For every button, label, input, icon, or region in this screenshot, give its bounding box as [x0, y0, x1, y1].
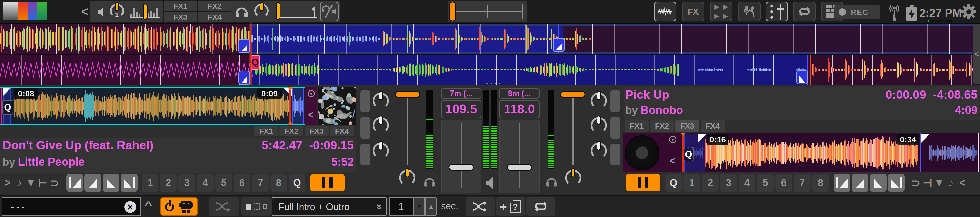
crossfader-handle[interactable] — [449, 2, 456, 21]
deck2-hotcue-5-button[interactable]: 5 — [757, 174, 774, 192]
deck-count-button[interactable]: ▶▶ ▶▶ — [710, 2, 732, 21]
balance-handle[interactable] — [143, 3, 148, 20]
deck1-fx-assign-button[interactable] — [360, 117, 370, 139]
deck1-eq-low-knob[interactable] — [372, 143, 389, 159]
deck1-pfl-button[interactable] — [421, 172, 438, 192]
deck2-key-display[interactable]: 8m (... — [499, 88, 539, 99]
deck2-outro-start-button[interactable] — [870, 174, 886, 192]
deck2-slip-button[interactable]: ⊃ — [910, 177, 921, 189]
broadcast-icon[interactable] — [887, 5, 901, 22]
deck1-keylock-button[interactable]: ♪ — [13, 177, 25, 189]
effects-button[interactable]: FX — [682, 2, 704, 21]
deck1-eq-mid-knob[interactable] — [372, 117, 389, 133]
deck1-hotcue-2-button[interactable]: 2 — [160, 174, 177, 192]
deck2-scrolling-waveform[interactable] — [0, 55, 980, 85]
deck2-hotcue-2-button[interactable]: 2 — [702, 174, 719, 192]
deck2-bpm-display[interactable]: 118.0 — [499, 100, 539, 118]
deck2-fx-assign-button[interactable] — [611, 117, 620, 139]
deck1-hotcue-4-button[interactable]: 4 — [197, 174, 213, 192]
vinyl-loop-button[interactable] — [793, 2, 816, 21]
deck2-hotcue-1-button[interactable]: 1 — [683, 174, 700, 192]
deck2-fx2-button[interactable]: FX2 — [650, 120, 674, 132]
deck2-hotcue-6-button[interactable]: 6 — [775, 174, 792, 192]
deck1-fx2-button[interactable]: FX2 — [280, 126, 304, 137]
deck2-volume-track[interactable] — [573, 97, 574, 165]
deck1-intro-end-button[interactable] — [84, 174, 101, 192]
deck1-pitch-handle[interactable] — [449, 164, 474, 171]
deck1-position[interactable]: 5:42.47 — [262, 138, 302, 152]
deck2-spinny-icon[interactable] — [669, 136, 676, 143]
deck1-key-display[interactable]: 7m (... — [441, 88, 481, 99]
deck2-pitch-handle[interactable] — [507, 164, 532, 171]
settings-gear-icon[interactable] — [961, 3, 977, 20]
fx-unit-2-toggle[interactable]: FX2 — [198, 1, 231, 11]
deck2-outro-end-button[interactable] — [888, 174, 905, 192]
headphone-mix-slider[interactable] — [276, 2, 319, 22]
deck1-beatgrid-button[interactable]: ⊢ — [37, 177, 48, 189]
deck2-cue-button[interactable]: Q — [665, 174, 682, 192]
search-input[interactable] — [2, 198, 140, 215]
deck2-intro-start-button[interactable] — [834, 174, 850, 192]
waveform-collapse-handle[interactable]: < — [974, 24, 980, 85]
deck2-eq-low-knob[interactable] — [590, 143, 607, 159]
mixer-toggle-button[interactable] — [765, 2, 788, 21]
deck2-remaining[interactable]: -4:08.65 — [933, 88, 977, 102]
deck2-spinny-vinyl[interactable] — [625, 136, 659, 170]
deck1-fx-assign-button[interactable] — [360, 144, 370, 165]
deck2-eq-mid-knob[interactable] — [590, 117, 607, 133]
deck1-pitch-slider[interactable] — [441, 120, 481, 193]
transition-mode-icon-button[interactable] — [242, 197, 272, 216]
transition-seconds-value[interactable]: 1 — [389, 197, 414, 216]
headphone-split-button[interactable] — [320, 2, 339, 21]
shuffle-button[interactable] — [466, 197, 495, 216]
deck1-outro-start-button[interactable] — [103, 174, 119, 192]
deck2-hotcue-4-button[interactable]: 4 — [738, 174, 756, 192]
deck2-eject-button[interactable]: ▼ — [933, 177, 945, 189]
seconds-increment-button[interactable]: ▲ — [425, 197, 437, 216]
search-clear-icon[interactable]: × — [124, 201, 136, 213]
splitter-handle[interactable]: • • • • — [484, 81, 504, 87]
deck2-fx4-button[interactable]: FX4 — [700, 120, 724, 132]
deck1-fx4-button[interactable]: FX4 — [330, 126, 354, 137]
microphone-aux-button[interactable] — [738, 2, 760, 21]
deck2-intro-end-button[interactable] — [852, 174, 869, 192]
deck1-scrolling-waveform[interactable] — [0, 24, 980, 54]
deck1-remaining[interactable]: -0:09.15 — [309, 138, 354, 152]
deck1-eject-button[interactable]: ▼ — [25, 177, 37, 189]
deck2-keylock-button[interactable]: ♪ — [945, 177, 957, 189]
deck1-bpm-display[interactable]: 109.5 — [441, 100, 481, 118]
deck2-fx-assign-button[interactable] — [611, 144, 620, 165]
deck2-hotcue-8-button[interactable]: 8 — [812, 174, 829, 192]
fx-unit-4-toggle[interactable]: FX4 — [198, 12, 231, 22]
crossfader[interactable] — [448, 0, 527, 22]
deck2-hotcue-3-button[interactable]: 3 — [720, 174, 737, 192]
microphone-gain-knob[interactable]: 1 — [110, 3, 124, 18]
deck1-volume-fader[interactable] — [395, 91, 420, 97]
deck1-intro-start-button[interactable] — [66, 174, 83, 192]
deck2-pitch-slider[interactable] — [499, 120, 539, 193]
waveform-view-button[interactable] — [654, 2, 676, 21]
main-balance-widget[interactable] — [130, 3, 160, 21]
headphone-gain-knob[interactable] — [255, 3, 269, 18]
toolbar-collapse-icon[interactable]: < — [81, 5, 88, 18]
seconds-decrement-button[interactable]: ▼ — [414, 197, 425, 216]
deck2-fx3-button[interactable]: FX3 — [675, 120, 699, 132]
autodj-fade-now-button[interactable] — [209, 197, 239, 216]
fx-unit-3-toggle[interactable]: FX3 — [164, 12, 197, 22]
add-random-track-button[interactable]: + ? — [496, 197, 525, 216]
record-button[interactable]: REC — [834, 5, 880, 19]
deck1-expand-icon[interactable]: < — [308, 109, 313, 120]
deck1-expand-button[interactable]: > — [2, 177, 13, 189]
deck2-expand-button[interactable]: < — [957, 177, 969, 189]
deck1-fx-assign-button[interactable] — [360, 91, 370, 112]
deck2-beatgrid-button[interactable]: ⊣ — [921, 177, 933, 189]
deck1-play-button[interactable] — [310, 173, 345, 192]
deck2-hotcue-7-button[interactable]: 7 — [794, 174, 811, 192]
deck1-hotcue-1-button[interactable]: 1 — [142, 174, 159, 192]
deck2-fx-assign-button[interactable] — [611, 91, 620, 112]
transition-mode-dropdown[interactable]: Full Intro + Outro » — [272, 197, 387, 216]
deck1-hotcue-7-button[interactable]: 7 — [252, 174, 269, 192]
deck2-gain-knob[interactable] — [565, 170, 581, 186]
deck1-eq-high-knob[interactable] — [372, 93, 389, 109]
deck2-play-button[interactable] — [625, 173, 661, 192]
